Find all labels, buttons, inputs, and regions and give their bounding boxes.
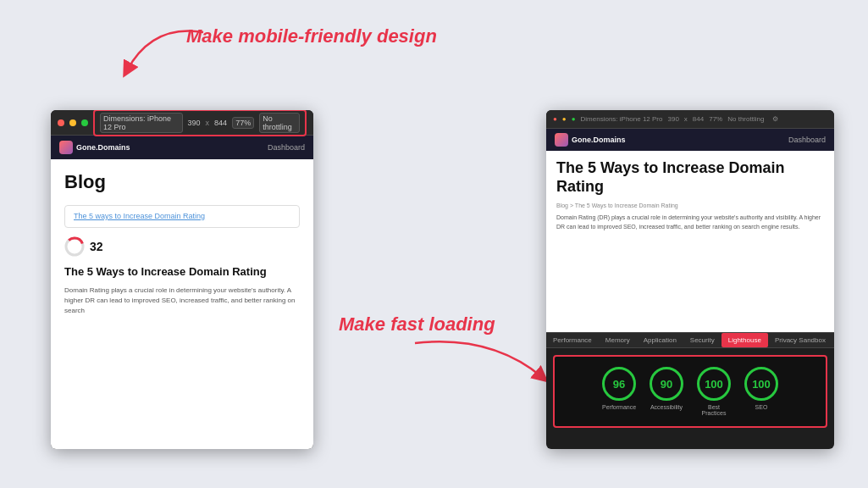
performance-label: Performance [602,404,636,410]
zoom-select[interactable]: 77% [232,117,254,129]
score-performance: 96 Performance [602,367,636,416]
right-breadcrumb: Blog > The 5 Ways to Increase Domain Rat… [556,202,824,208]
right-browser-toolbar: ● ● ● Dimensions: iPhone 12 Pro 390 x 84… [546,110,834,129]
best-practices-label: Best Practices [697,404,731,416]
throttle-select[interactable]: No throttling [259,113,300,133]
blog-link-card[interactable]: The 5 ways to Increase Domain Rating [64,205,300,228]
right-close-dot: ● [553,115,557,123]
mobile-blog-content: Blog The 5 ways to Increase Domain Ratin… [51,159,313,328]
mobile-logo: Gone.Domains [59,141,130,154]
right-device: Dimensions: iPhone 12 Pro [581,115,663,123]
right-page-header: Gone.Domains Dashboard [546,129,834,151]
tab-performance[interactable]: Performance [546,333,599,347]
score-row: 32 [64,236,300,257]
tab-lighthouse[interactable]: Lighthouse [721,333,768,347]
right-x: x [684,115,688,123]
tab-security[interactable]: Security [683,333,721,347]
mobile-header: Gone.Domains Dashboard [51,136,313,159]
right-logo-text: Gone.Domains [572,136,626,144]
right-article-title: The 5 Ways to Increase Domain Rating [556,159,824,196]
top-arrow [102,15,212,83]
right-max-dot: ● [572,115,576,123]
mobile-nav-dashboard[interactable]: Dashboard [268,143,305,152]
left-page-content: Gone.Domains Dashboard Blog The 5 ways t… [51,136,313,449]
score-best-practices: 100 Best Practices [697,367,731,416]
score-number: 32 [90,240,103,253]
tab-application[interactable]: Application [637,333,683,347]
right-browser-mockup: ● ● ● Dimensions: iPhone 12 Pro 390 x 84… [546,110,834,449]
left-browser-mockup: Dimensions: iPhone 12 Pro 390 x 844 77% … [51,110,313,449]
left-browser-toolbar: Dimensions: iPhone 12 Pro 390 x 844 77% … [51,110,313,136]
right-nav-dashboard[interactable]: Dashboard [788,136,826,144]
lighthouse-scores-container: 96 Performance 90 Accessibility 100 Best… [553,355,827,428]
right-throttle: No throttling [727,115,764,123]
seo-label: SEO [755,404,768,410]
accessibility-circle: 90 [650,367,683,401]
logo-text: Gone.Domains [76,143,130,152]
width-value: 390 [188,119,201,127]
minimize-dot [69,119,76,126]
device-select[interactable]: Dimensions: iPhone 12 Pro [100,113,183,133]
toolbar-device-selector: Dimensions: iPhone 12 Pro 390 x 844 77% … [93,110,307,136]
right-logo: Gone.Domains [555,133,626,147]
logo-icon [59,141,73,154]
settings-icon[interactable]: ⚙ [772,115,778,123]
right-min-dot: ● [562,115,567,123]
best-practices-circle: 100 [697,367,731,401]
blog-main-title: Blog [64,171,300,193]
tab-memory[interactable]: Memory [599,333,637,347]
score-accessibility: 90 Accessibility [650,367,683,416]
height-value: 844 [214,119,227,127]
tab-privacy-sandbox[interactable]: Privacy Sandbox [768,333,832,347]
right-page-inner: Gone.Domains Dashboard The 5 Ways to Inc… [546,129,834,442]
performance-circle: 96 [602,367,636,401]
article-title: The 5 Ways to Increase Domain Rating [64,265,300,280]
close-dot [58,119,64,126]
right-page-content: Gone.Domains Dashboard The 5 Ways to Inc… [546,129,834,332]
right-article-area: The 5 Ways to Increase Domain Rating Blo… [546,151,834,240]
article-body: Domain Rating plays a crucial role in de… [64,286,300,316]
score-pie-icon [64,236,85,257]
score-seo: 100 SEO [744,367,778,416]
devtools-tabs: Performance Memory Application Security … [546,333,834,348]
right-article-body: Domain Rating (DR) plays a crucial role … [556,214,824,231]
devtools-panel: Performance Memory Application Security … [546,332,834,442]
accessibility-label: Accessibility [650,404,683,410]
right-zoom: 77% [709,115,722,123]
right-logo-icon [555,133,568,147]
right-width: 390 [667,115,678,123]
bottom-arrow [406,326,559,394]
annotation-mobile-friendly: Make mobile-friendly design [186,25,437,47]
seo-circle: 100 [744,367,778,401]
maximize-dot [81,119,88,126]
x-separator: x [206,119,210,127]
right-height: 844 [693,115,704,123]
